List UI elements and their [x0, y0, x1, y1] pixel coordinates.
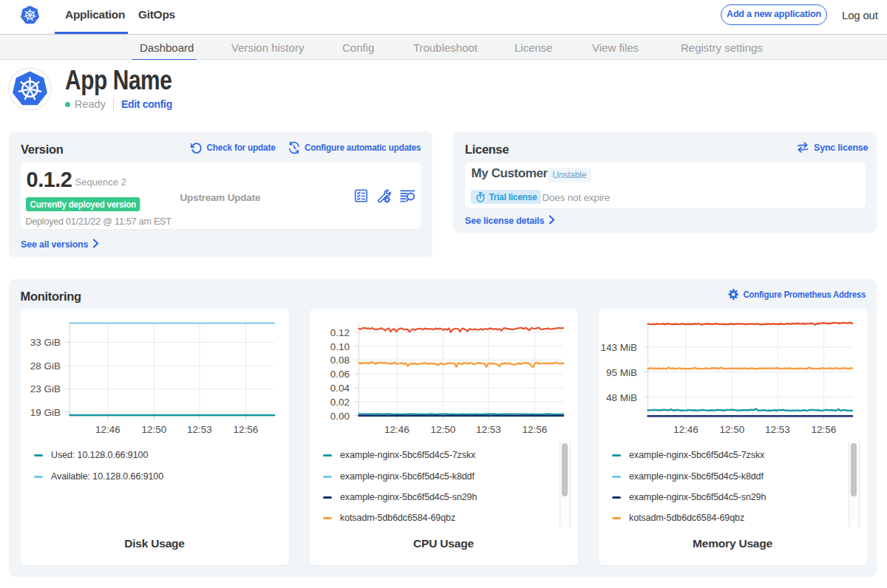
svg-text:0.02: 0.02: [330, 397, 349, 408]
svg-text:12:46: 12:46: [673, 424, 699, 435]
svg-text:23 GiB: 23 GiB: [30, 383, 60, 394]
svg-text:12:53: 12:53: [476, 424, 501, 435]
svg-text:143 MiB: 143 MiB: [600, 342, 637, 353]
svg-text:19 GiB: 19 GiB: [30, 407, 60, 418]
svg-text:0.06: 0.06: [330, 369, 349, 380]
svg-text:12:53: 12:53: [765, 424, 790, 435]
svg-text:12:46: 12:46: [384, 424, 409, 435]
svg-text:0.00: 0.00: [330, 411, 349, 422]
svg-text:48 MiB: 48 MiB: [605, 392, 636, 403]
svg-text:12:56: 12:56: [233, 424, 258, 435]
svg-text:12:50: 12:50: [141, 424, 166, 435]
svg-text:12:56: 12:56: [522, 424, 547, 435]
svg-text:0.08: 0.08: [330, 355, 349, 366]
svg-text:95 MiB: 95 MiB: [605, 367, 636, 378]
svg-text:0.10: 0.10: [330, 341, 349, 352]
svg-text:0.12: 0.12: [330, 327, 349, 338]
svg-text:12:46: 12:46: [95, 424, 120, 435]
svg-text:12:50: 12:50: [430, 424, 455, 435]
svg-text:33 GiB: 33 GiB: [30, 337, 60, 348]
svg-text:12:53: 12:53: [187, 424, 212, 435]
svg-text:28 GiB: 28 GiB: [30, 360, 60, 372]
svg-text:0.04: 0.04: [330, 383, 350, 394]
svg-text:12:56: 12:56: [811, 424, 836, 435]
svg-text:12:50: 12:50: [719, 424, 744, 435]
